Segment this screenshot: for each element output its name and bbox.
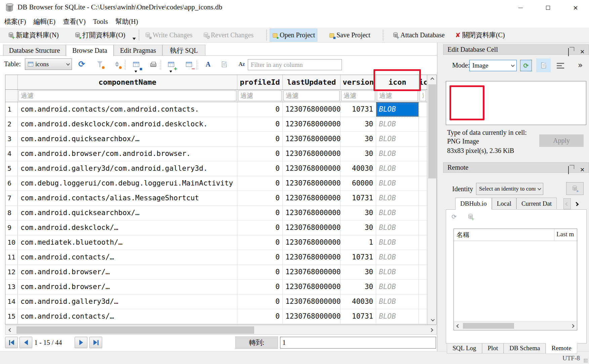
cell-version[interactable]: 1: [341, 235, 376, 250]
cell-version[interactable]: 30: [341, 147, 376, 161]
cell-icon[interactable]: BLOB: [376, 132, 419, 146]
tab-edit-pragmas[interactable]: Edit Pragmas: [114, 45, 162, 55]
cell-profileId[interactable]: 0: [237, 220, 283, 235]
cell-version[interactable]: 60000: [341, 176, 376, 191]
cell-version[interactable]: 10731: [341, 191, 376, 205]
column-filter-input[interactable]: [283, 90, 340, 101]
cell-lastUpdated[interactable]: 1230768000000: [283, 191, 341, 205]
open-project-button[interactable]: ▸ Open Project: [270, 29, 317, 42]
import-data-button[interactable]: ⟳: [520, 60, 532, 71]
cell-componentName[interactable]: com.android.quicksearchbox/…: [18, 132, 237, 146]
save-project-button[interactable]: ▪ Save Project: [327, 29, 372, 42]
cell-profileId[interactable]: 0: [237, 309, 283, 324]
menu-item[interactable]: Tools: [89, 17, 112, 27]
cell-componentName[interactable]: com.android.browser/…: [18, 280, 237, 294]
cell-profileId[interactable]: 0: [237, 161, 283, 176]
column-header-lastUpdated[interactable]: lastUpdated: [283, 75, 341, 89]
row-number[interactable]: 1: [5, 102, 18, 117]
row-number[interactable]: 6: [5, 176, 18, 191]
remote-tabs-scroll-left-icon[interactable]: [563, 198, 571, 209]
row-number[interactable]: 4: [5, 147, 18, 161]
save-table-button[interactable]: ▪: [131, 59, 141, 69]
scroll-down-icon[interactable]: [428, 316, 437, 324]
cell-icon[interactable]: BLOB: [376, 265, 419, 279]
goto-record-input[interactable]: [280, 337, 436, 349]
filter-any-column-input[interactable]: [248, 59, 342, 70]
previous-record-button[interactable]: [19, 337, 32, 348]
column-header-version[interactable]: version: [341, 75, 376, 89]
cell-icon[interactable]: BLOB: [376, 176, 419, 191]
cell-lastUpdated[interactable]: 1230768000000: [283, 117, 341, 131]
cell-componentName[interactable]: com.android.contacts/…: [18, 250, 237, 265]
cell-version[interactable]: 30: [341, 132, 376, 146]
remote-refresh-icon[interactable]: ⟳: [451, 214, 457, 220]
cell-version[interactable]: 10731: [341, 309, 376, 324]
maximize-button[interactable]: [537, 0, 559, 15]
insert-record-dropdown-icon[interactable]: [169, 71, 172, 74]
float-panel-icon[interactable]: [568, 47, 569, 57]
cell-icon[interactable]: BLOB: [376, 220, 419, 235]
dock-tab-remote[interactable]: Remote: [546, 343, 577, 354]
cell-lastUpdated[interactable]: 1230768000000: [283, 176, 341, 191]
cell-profileId[interactable]: 0: [237, 176, 283, 191]
cell-componentName[interactable]: com.android.deskclock/…: [18, 220, 237, 235]
cell-profileId[interactable]: 0: [237, 280, 283, 294]
cell-version[interactable]: 30: [341, 265, 376, 279]
cell-lastUpdated[interactable]: 1230768000000: [283, 250, 341, 265]
column-header-componentName[interactable]: componentName: [18, 75, 237, 89]
cell-version[interactable]: 10731: [341, 250, 376, 265]
identity-select[interactable]: Select an identity to conne: [476, 183, 543, 195]
cell-lastUpdated[interactable]: 1230768000000: [283, 147, 341, 161]
row-number[interactable]: 12: [5, 265, 18, 279]
cell-version[interactable]: 10731: [341, 102, 376, 117]
cell-componentName[interactable]: com.android.gallery3d/…: [18, 294, 237, 309]
horizontal-scrollbar-thumb[interactable]: [16, 326, 254, 334]
row-number[interactable]: 5: [5, 161, 18, 176]
table-select[interactable]: icons: [25, 58, 72, 70]
cell-lastUpdated[interactable]: 1230768000000: [283, 220, 341, 235]
row-number[interactable]: 2: [5, 117, 18, 131]
cell-componentName[interactable]: com.android.browser/…: [18, 265, 237, 279]
refresh-button[interactable]: ⟳: [77, 59, 87, 69]
more-options-icon[interactable]: »: [574, 59, 586, 71]
cell-lastUpdated[interactable]: 1230768000000: [283, 235, 341, 250]
cell-version[interactable]: 30: [341, 206, 376, 220]
row-number[interactable]: 14: [5, 294, 18, 309]
cell-icon[interactable]: BLOB: [376, 102, 419, 117]
cell-componentName[interactable]: com.android.gallery3d/com.android.galler…: [18, 161, 237, 176]
cell-version[interactable]: 30: [341, 117, 376, 131]
close-panel-icon[interactable]: ✕: [580, 165, 585, 174]
new-database-button[interactable]: + 新建資料庫(N): [6, 29, 61, 42]
write-changes-button[interactable]: ▪ Write Changes: [143, 29, 195, 42]
last-record-button[interactable]: [89, 337, 102, 348]
cell-componentName[interactable]: com.android.contacts/alias.MessageShortc…: [18, 191, 237, 205]
cell-lastUpdated[interactable]: 1230768000000: [283, 294, 341, 309]
apply-button[interactable]: Apply: [539, 134, 584, 147]
remote-list-modified-column[interactable]: Last m: [554, 229, 577, 241]
scroll-up-icon[interactable]: [428, 75, 437, 84]
row-number[interactable]: 9: [5, 220, 18, 235]
insert-record-button[interactable]: +: [166, 59, 176, 69]
close-panel-icon[interactable]: ✕: [580, 47, 585, 56]
dock-tab-plot[interactable]: Plot: [482, 343, 504, 354]
cell-version[interactable]: 40030: [341, 294, 376, 309]
menu-item[interactable]: 編輯(E): [30, 16, 59, 27]
cell-profileId[interactable]: 0: [237, 235, 283, 250]
cell-profileId[interactable]: 0: [237, 250, 283, 265]
cell-icon[interactable]: BLOB: [376, 147, 419, 161]
first-record-button[interactable]: [5, 337, 18, 348]
cell-icon[interactable]: BLOB: [376, 161, 419, 176]
cell-profileId[interactable]: 0: [237, 147, 283, 161]
font-button[interactable]: A: [203, 59, 213, 69]
cell-version[interactable]: 30: [341, 220, 376, 235]
cell-profileId[interactable]: 0: [237, 294, 283, 309]
vertical-scrollbar[interactable]: [427, 75, 436, 324]
encoding-indicator[interactable]: UTF-8: [562, 355, 580, 362]
cell-icon[interactable]: BLOB: [376, 117, 419, 131]
cell-profileId[interactable]: 0: [237, 191, 283, 205]
tab-database-structure[interactable]: Database Structure: [3, 45, 66, 55]
remote-list-scrollbar[interactable]: [454, 321, 577, 330]
next-record-button[interactable]: [75, 337, 87, 348]
minimize-button[interactable]: [510, 0, 531, 15]
goto-button[interactable]: 轉到:: [235, 336, 278, 349]
